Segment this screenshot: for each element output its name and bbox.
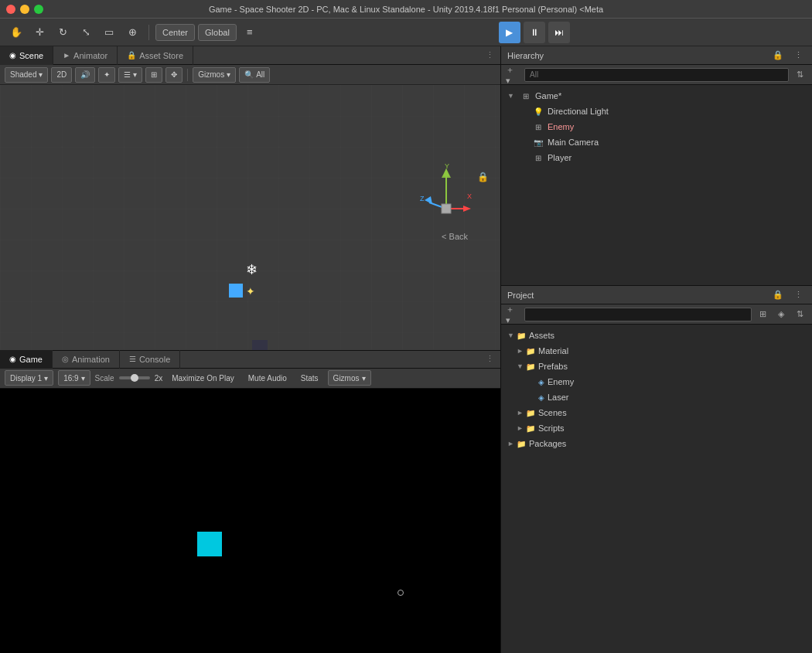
project-sort-icon[interactable]: ⇅ [792, 307, 807, 322]
project-toolbar: ＋ ▾ ⊞ ◈ ⇅ [501, 304, 812, 325]
maximize-button[interactable] [34, 5, 43, 14]
tab-console[interactable]: ☰ Console [120, 350, 180, 369]
proj-item-packages[interactable]: ► 📁 Packages [501, 436, 812, 451]
player-game-object [197, 532, 222, 556]
fx-btn[interactable]: ✦ [98, 67, 115, 83]
console-tab-icon: ☰ [129, 355, 136, 363]
display-dropdown[interactable]: Display 1 ▾ [5, 370, 53, 386]
proj-label-scenes: Scenes [538, 408, 567, 417]
scene-tabs: ◉ Scene ► Animator 🔒 Asset Store ⋮ [0, 46, 500, 65]
main-container: ✋ ✛ ↻ ⤡ ▭ ⊕ Center Global ≡ ▶ ⏸ ⏭ ◉ Scen… [0, 19, 812, 653]
2d-toggle[interactable]: 2D [51, 67, 72, 83]
shading-label: Shaded [10, 70, 36, 79]
snap-btn[interactable]: ✥ [165, 67, 183, 83]
tab-game[interactable]: ◉ Game [0, 350, 53, 369]
all-dropdown[interactable]: 🔍 All [239, 67, 270, 83]
proj-item-scripts[interactable]: ► 📁 Scripts [501, 420, 812, 436]
move-tool[interactable]: ✛ [29, 22, 49, 43]
all-label: All [256, 70, 264, 79]
rotate-tool[interactable]: ↻ [53, 22, 73, 43]
hier-item-maincam[interactable]: 📷 Main Camera [501, 134, 812, 150]
proj-item-laser-prefab[interactable]: ◈ Laser [501, 389, 812, 405]
tab-animation[interactable]: ◎ Animation [53, 350, 120, 369]
game-tab-icon: ◉ [9, 355, 16, 363]
hierarchy-add-btn[interactable]: ＋ ▾ [506, 67, 521, 83]
tab-asset-store[interactable]: 🔒 Asset Store [118, 46, 193, 65]
pause-button[interactable]: ⏸ [524, 22, 545, 43]
proj-label-material: Material [538, 346, 568, 355]
global-button[interactable]: Global [198, 24, 237, 41]
aspect-dropdown[interactable]: 16:9 ▾ [58, 370, 90, 386]
top-toolbar: ✋ ✛ ↻ ⤡ ▭ ⊕ Center Global ≡ ▶ ⏸ ⏭ [0, 19, 812, 46]
hierarchy-sort-icon[interactable]: ⇅ [792, 67, 807, 83]
shading-dropdown[interactable]: Shaded ▾ [5, 67, 48, 83]
stats-button[interactable]: Stats [296, 370, 323, 386]
scale-slider[interactable] [119, 376, 150, 379]
game-canvas[interactable] [0, 389, 500, 654]
maximize-on-play-button[interactable]: Maximize On Play [167, 370, 239, 386]
scene-viewport[interactable]: 🔒 < Back ❄ ✦ ▶ [0, 85, 500, 350]
close-button[interactable] [6, 5, 15, 14]
audio-btn[interactable]: 🔊 [75, 67, 95, 83]
game-tabs: ◉ Game ◎ Animation ☰ Console ⋮ [0, 350, 500, 369]
hierarchy-lock-icon[interactable]: 🔒 [770, 48, 786, 63]
proj-item-material[interactable]: ► 📁 Material [501, 343, 812, 359]
project-lock-icon[interactable]: 🔒 [770, 287, 786, 303]
game-gizmos-label: Gizmos [333, 374, 360, 383]
project-content: ▼ 📁 Assets ► 📁 Material ▼ 📁 Prefabs [501, 325, 812, 653]
center-button[interactable]: Center [155, 24, 195, 41]
asset-store-tab-label: Asset Store [139, 51, 183, 60]
play-button[interactable]: ▶ [499, 22, 520, 43]
cursor [397, 590, 404, 596]
hierarchy-more-icon[interactable]: ⋮ [790, 48, 806, 63]
proj-folder-scenes-icon: 📁 [526, 409, 535, 417]
project-more-icon[interactable]: ⋮ [790, 287, 806, 303]
hier-item-enemy[interactable]: ⊞ Enemy [501, 119, 812, 134]
game-gizmos-dropdown[interactable]: Gizmos ▾ [328, 370, 371, 386]
mute-audio-button[interactable]: Mute Audio [244, 370, 292, 386]
toolbar-sep-1 [148, 25, 149, 40]
proj-item-enemy-prefab[interactable]: ◈ Enemy [501, 374, 812, 389]
proj-item-assets[interactable]: ▼ 📁 Assets [501, 328, 812, 343]
scene-sep-1 [187, 69, 188, 81]
shading-arrow: ▾ [39, 70, 43, 79]
hier-item-game[interactable]: ▼ ⊞ Game* [501, 88, 812, 104]
proj-file-enemy-icon: ◈ [538, 378, 544, 386]
gizmos-dropdown[interactable]: Gizmos ▾ [193, 67, 236, 83]
scene-tab-icon: ◉ [9, 51, 16, 60]
layers-button[interactable]: ≡ [240, 22, 260, 43]
step-button[interactable]: ⏭ [548, 22, 570, 43]
tab-scene[interactable]: ◉ Scene [0, 46, 53, 65]
proj-label-packages: Packages [529, 439, 566, 448]
tab-animator[interactable]: ► Animator [53, 46, 118, 65]
minimize-button[interactable] [20, 5, 29, 14]
grid-btn[interactable]: ⊞ [145, 67, 162, 83]
proj-folder-prefabs-icon: 📁 [526, 362, 535, 371]
project-view-icon[interactable]: ⊞ [755, 307, 770, 322]
transform-tool[interactable]: ⊕ [122, 22, 142, 43]
hier-icon-player: ⊞ [532, 154, 544, 162]
proj-item-scenes[interactable]: ► 📁 Scenes [501, 405, 812, 420]
proj-arrow-scripts: ► [517, 424, 526, 432]
scene-tabs-more[interactable]: ⋮ [479, 50, 500, 60]
game-tabs-more[interactable]: ⋮ [479, 354, 500, 364]
hier-item-player[interactable]: ⊞ Player [501, 150, 812, 165]
hier-label-maincam: Main Camera [548, 138, 599, 147]
hier-label-dirlight: Directional Light [548, 107, 609, 116]
project-title: Project [507, 291, 770, 300]
hand-tool[interactable]: ✋ [6, 22, 26, 43]
hier-item-dirlight[interactable]: 💡 Directional Light [501, 104, 812, 119]
proj-item-prefabs[interactable]: ▼ 📁 Prefabs [501, 359, 812, 374]
scene-layers-dropdown[interactable]: ☰ ▾ [118, 67, 142, 83]
project-add-btn[interactable]: ＋ ▾ [506, 307, 521, 322]
scale-label: Scale [95, 374, 114, 383]
hierarchy-search[interactable] [524, 68, 789, 82]
proj-arrow-material: ► [517, 347, 526, 355]
scale-tool[interactable]: ⤡ [76, 22, 96, 43]
project-filter-icon[interactable]: ◈ [773, 307, 789, 322]
project-search[interactable] [524, 308, 752, 321]
rect-tool[interactable]: ▭ [99, 22, 119, 43]
game-tab-label: Game [19, 355, 43, 364]
hier-icon-dirlight: 💡 [532, 107, 544, 116]
proj-folder-material-icon: 📁 [526, 347, 535, 355]
